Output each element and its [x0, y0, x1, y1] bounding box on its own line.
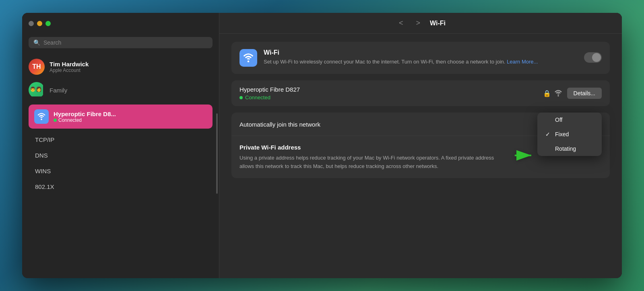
forward-button[interactable]: > [413, 17, 424, 29]
dropdown-item-fixed[interactable]: ✓ Fixed [537, 127, 602, 141]
system-preferences-window: 🔍 Search TH Tim Hardwick Apple Account 👨… [22, 13, 622, 278]
user-subtitle: Apple Account [50, 68, 89, 73]
auto-join-section: Automatically join this network Private … [231, 113, 610, 178]
fixed-checkmark: ✓ [545, 131, 552, 137]
wifi-large-icon [243, 52, 254, 64]
main-body: Wi-Fi Set up Wi-Fi to wirelessly connect… [219, 34, 622, 278]
family-avatar-image: 👨‍👩 [29, 82, 43, 96]
sidebar-scrollbar[interactable] [216, 113, 218, 194]
family-row[interactable]: 👨‍👩 Family [22, 79, 219, 101]
wifi-icon-box [34, 109, 49, 124]
network-row-info: Hyperoptic Fibre D827 Connected [239, 86, 538, 100]
dropdown-item-rotating[interactable]: Rotating [537, 141, 602, 156]
wifi-card-title: Wi-Fi [264, 49, 578, 56]
maximize-button[interactable] [45, 21, 51, 26]
user-row[interactable]: TH Tim Hardwick Apple Account [22, 55, 219, 79]
search-bar[interactable]: 🔍 Search [29, 37, 213, 48]
wifi-signal-icon [554, 89, 562, 97]
lock-icon: 🔒 [543, 90, 551, 97]
search-input: Search [43, 39, 61, 46]
active-network-status: Connected [54, 117, 116, 123]
wifi-toggle-knob [592, 53, 601, 62]
active-network-name: Hyperoptic Fibre D8... [54, 111, 116, 117]
wifi-card-icon [239, 49, 257, 67]
private-wifi-card: Private Wi-Fi address Using a private ad… [231, 137, 610, 178]
dropdown-item-off[interactable]: Off [537, 113, 602, 127]
back-button[interactable]: < [396, 17, 407, 29]
connected-dot [239, 96, 243, 99]
titlebar [22, 13, 219, 34]
network-row-icons: 🔒 [543, 89, 562, 97]
private-wifi-description: Using a private address helps reduce tra… [239, 154, 505, 171]
user-name: Tim Hardwick [50, 61, 89, 68]
user-info: Tim Hardwick Apple Account [50, 61, 89, 73]
avatar: TH [29, 59, 45, 75]
sidebar-item-dns[interactable]: DNS [25, 148, 216, 163]
wifi-toggle[interactable] [584, 52, 602, 63]
active-network-info: Hyperoptic Fibre D8... Connected [54, 111, 116, 123]
sidebar-item-wins[interactable]: WINS [25, 164, 216, 178]
wifi-card-description: Set up Wi-Fi to wirelessly connect your … [264, 58, 578, 66]
sidebar: 🔍 Search TH Tim Hardwick Apple Account 👨… [22, 13, 219, 278]
connected-network-row: Hyperoptic Fibre D827 Connected 🔒 Detail… [231, 80, 610, 106]
main-content: < > Wi-Fi Wi-Fi Set up Wi-Fi to wireless… [219, 13, 622, 278]
family-label: Family [50, 87, 67, 94]
network-row-name: Hyperoptic Fibre D827 [239, 86, 538, 93]
status-dot [54, 119, 57, 122]
learn-more-link[interactable]: Learn More... [507, 59, 538, 65]
network-row-status: Connected [239, 94, 538, 100]
family-avatar: 👨‍👩 [29, 82, 45, 98]
auto-join-label: Automatically join this network [239, 121, 320, 128]
wifi-card: Wi-Fi Set up Wi-Fi to wirelessly connect… [231, 42, 610, 74]
search-icon: 🔍 [33, 39, 40, 46]
wifi-icon [37, 112, 46, 121]
details-button[interactable]: Details... [567, 88, 602, 99]
active-network-item[interactable]: Hyperoptic Fibre D8... Connected [29, 105, 213, 129]
sidebar-item-tcpip[interactable]: TCP/IP [25, 132, 216, 147]
green-arrow [513, 148, 537, 167]
sidebar-item-8021x[interactable]: 802.1X [25, 179, 216, 194]
avatar-image: TH [29, 59, 45, 75]
wifi-card-text: Wi-Fi Set up Wi-Fi to wirelessly connect… [264, 49, 578, 66]
page-title: Wi-Fi [430, 20, 446, 27]
minimize-button[interactable] [37, 21, 42, 26]
private-wifi-dropdown: Off ✓ Fixed Rotating [537, 113, 602, 156]
close-button[interactable] [29, 21, 34, 26]
main-titlebar: < > Wi-Fi [219, 13, 622, 34]
